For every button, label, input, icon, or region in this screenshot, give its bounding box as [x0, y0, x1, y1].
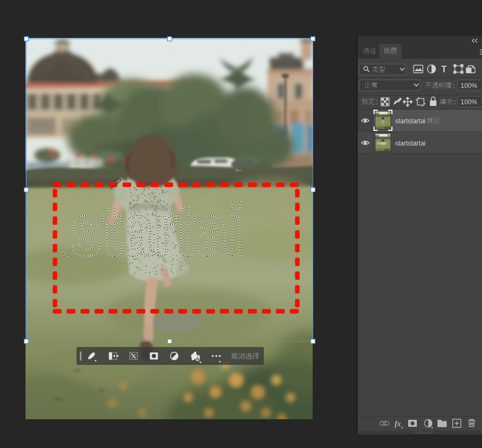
- svg-text:startai: startai: [377, 141, 386, 145]
- svg-text:startai: startai: [70, 188, 244, 272]
- svg-text:startstartai: startstartai: [395, 117, 426, 125]
- svg-text::: :: [376, 98, 378, 106]
- svg-text::: :: [453, 82, 455, 90]
- svg-text:100%: 100%: [461, 98, 478, 106]
- svg-text:100%: 100%: [461, 82, 478, 90]
- svg-text::: :: [454, 98, 456, 106]
- svg-text:T: T: [441, 64, 447, 74]
- svg-text:startstartai: startstartai: [395, 140, 426, 147]
- svg-text:fx: fx: [395, 420, 401, 428]
